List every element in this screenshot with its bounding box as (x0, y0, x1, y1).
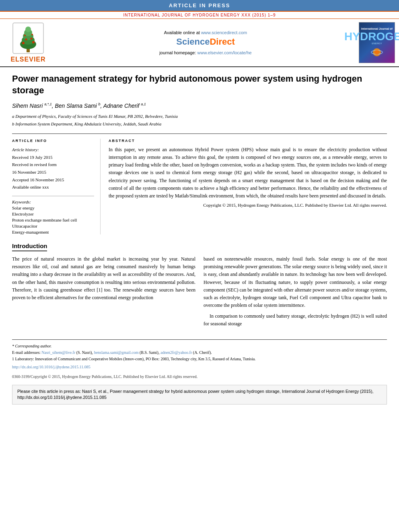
main-content: Power management strategy for hybrid aut… (0, 67, 399, 411)
journal-title-bar: INTERNATIONAL JOURNAL OF HYDROGEN ENERGY… (0, 11, 399, 19)
svg-point-7 (32, 41, 35, 43)
email-addresses: E-mail addresses: Nasri_sihem@live.fr (S… (12, 349, 387, 356)
footnote-1: 1 Laboratory: Innovation of Communicant … (12, 356, 387, 362)
affiliations: a Department of Physics, Faculty of Scie… (12, 113, 387, 127)
header-area: ELSEVIER Available online at www.science… (0, 19, 399, 67)
intro-col-left: The price of natural resources in the gl… (12, 255, 195, 331)
available-online-text: Available online at www.sciencedirect.co… (164, 30, 247, 35)
article-info-heading: ARTICLE INFO (12, 139, 94, 143)
abstract-copyright: Copyright © 2015, Hydrogen Energy Public… (109, 202, 387, 209)
introduction-section: Introduction The price of natural resour… (12, 242, 387, 331)
email2-link[interactable]: benslama.sami@gmail.com (94, 350, 139, 355)
keyword-electrolyzer: Electrolyzer (12, 212, 94, 216)
keywords-section: Keywords: Solar energy Electrolyzer Prot… (12, 199, 94, 234)
keyword-solar: Solar energy (12, 205, 94, 210)
elsevier-tree-icon (12, 22, 44, 54)
article-history: Article history: Received 19 July 2015 R… (12, 146, 94, 191)
footnotes-area: * Corresponding author. E-mail addresses… (12, 339, 387, 380)
journal-homepage-url[interactable]: www.elsevier.com/locate/he (197, 50, 252, 55)
doi-link[interactable]: http://dx.doi.org/10.1016/j.ijhydene.201… (12, 365, 90, 369)
sciencedirect-logo: ScienceDirect (176, 37, 235, 47)
svg-point-6 (22, 42, 25, 44)
keyword-pemfc: Proton exchange membrane fuel cell (12, 218, 94, 222)
introduction-title: Introduction (12, 242, 47, 251)
elsevier-logo: ELSEVIER (4, 22, 52, 63)
introduction-body: The price of natural resources in the gl… (12, 255, 387, 331)
svg-point-9 (31, 38, 33, 40)
abstract-heading: ABSTRACT (109, 139, 387, 143)
elsevier-brand-text: ELSEVIER (10, 56, 45, 63)
citation-box: Please cite this article in press as: Na… (12, 385, 387, 405)
journal-cover-icon (371, 46, 383, 58)
intro-col-right: based on nonrenewable resources, mainly … (204, 255, 387, 331)
article-info-abstract-section: ARTICLE INFO Article history: Received 1… (12, 134, 387, 234)
svg-point-15 (374, 50, 379, 55)
copyright-footer: 0360-3199/Copyright © 2015, Hydrogen Ene… (12, 374, 387, 380)
corresponding-author: * Corresponding author. (12, 343, 387, 349)
svg-point-11 (31, 34, 33, 35)
abstract-text: In this paper, we present an autonomous … (109, 146, 387, 200)
journal-homepage: journal homepage: www.elsevier.com/locat… (159, 50, 251, 55)
article-title: Power management strategy for hybrid aut… (12, 73, 387, 96)
article-info-column: ARTICLE INFO Article history: Received 1… (12, 139, 101, 234)
article-in-press-banner: ARTICLE IN PRESS (0, 0, 399, 11)
authors-line: Sihem Nasri a,*,1, Ben Slama Sami b, Adn… (12, 102, 387, 109)
keyword-ultracapacitor: Ultracapacitor (12, 224, 94, 228)
affiliation-a: a Department of Physics, Faculty of Scie… (12, 113, 387, 120)
svg-point-10 (24, 35, 26, 36)
abstract-column: ABSTRACT In this paper, we present an au… (109, 139, 387, 234)
email1-link[interactable]: Nasri_sihem@live.fr (41, 350, 75, 355)
affiliation-b: b Information System Department, King Ab… (12, 121, 387, 127)
journal-center: Available online at www.sciencedirect.co… (56, 22, 355, 63)
email3-link[interactable]: adnen2fr@yahoo.fr (160, 350, 192, 355)
sciencedirect-url[interactable]: www.sciencedirect.com (201, 30, 247, 35)
svg-point-8 (25, 39, 27, 41)
keyword-energy-management: Energy-management (12, 230, 94, 234)
journal-cover-thumbnail: International Journal of HYDROGEN ENERGY (359, 22, 395, 63)
svg-point-5 (25, 27, 31, 32)
